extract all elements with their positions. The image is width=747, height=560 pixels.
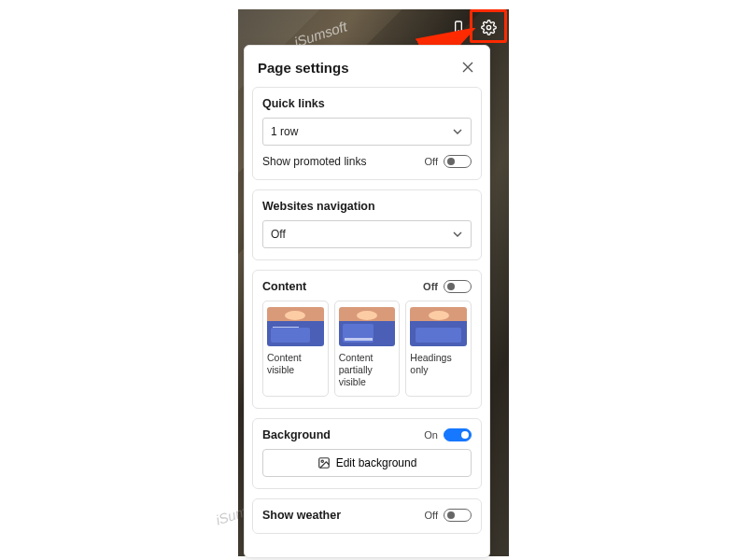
toggle-state-label: Off [425,510,438,521]
section-title: Content [262,280,306,293]
chevron-down-icon [452,229,463,240]
tile-thumbnail [267,307,324,346]
top-icon-bar [441,13,506,41]
image-icon [317,456,331,469]
toggle-state-label: On [424,429,438,441]
section-content: Content Off Content visible Content part… [252,270,482,409]
panel-title: Page settings [258,60,349,76]
chevron-down-icon [452,126,463,137]
tile-content-partially-visible[interactable]: Content partially visible [334,301,401,397]
select-value: 1 row [271,125,298,138]
section-title: Background [262,428,331,441]
tile-thumbnail [410,307,467,346]
websites-nav-select[interactable]: Off [262,220,472,248]
weather-toggle[interactable] [444,509,472,522]
edit-background-button[interactable]: Edit background [262,449,472,477]
svg-point-5 [321,460,323,462]
background-toggle[interactable] [444,428,472,441]
section-title: Websites navigation [262,200,472,213]
promoted-links-label: Show promoted links [262,155,366,168]
section-background: Background On Edit background [252,418,482,489]
edit-background-label: Edit background [336,456,417,469]
page-settings-panel: Page settings Quick links 1 row Show pro… [244,45,490,558]
mobile-icon[interactable] [445,14,472,40]
toggle-state-label: Off [425,156,438,167]
tile-thumbnail [339,307,396,346]
svg-point-2 [486,25,490,29]
section-weather: Show weather Off [252,498,482,534]
tile-caption: Content partially visible [339,352,396,388]
gear-icon[interactable] [475,14,501,40]
select-value: Off [271,228,286,241]
panel-scroll[interactable]: Quick links 1 row Show promoted links Of… [245,87,489,558]
section-quick-links: Quick links 1 row Show promoted links Of… [252,87,482,180]
section-title: Quick links [262,97,472,110]
quick-links-select[interactable]: 1 row [262,118,472,146]
section-title: Show weather [262,509,341,522]
close-button[interactable] [458,57,478,77]
content-layout-tiles: Content visible Content partially visibl… [262,301,472,397]
tile-caption: Content visible [267,352,324,376]
tile-headings-only[interactable]: Headings only [405,301,472,397]
close-icon [462,62,473,73]
toggle-state-label: Off [423,281,438,292]
section-websites-navigation: Websites navigation Off [252,189,482,260]
promoted-links-toggle[interactable] [444,155,472,168]
tile-content-visible[interactable]: Content visible [262,301,329,397]
content-toggle[interactable] [444,280,472,293]
tile-caption: Headings only [410,352,467,376]
